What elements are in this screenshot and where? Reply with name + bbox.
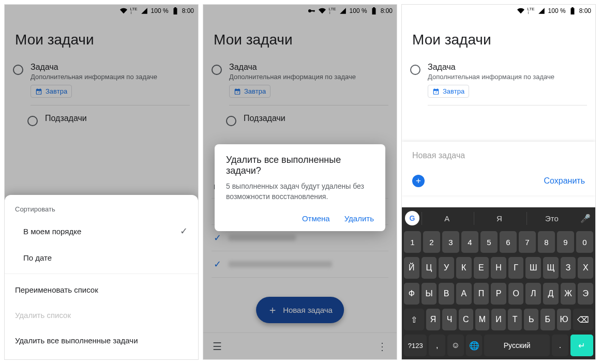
suggestion-2[interactable]: Я (474, 212, 524, 225)
dialog-cancel-button[interactable]: Отмена (302, 214, 330, 223)
rename-list[interactable]: Переименовать список (5, 277, 198, 302)
key-row-4: ⇧ Я Ч С М И Т Ь Б Ю ⌫ (402, 307, 595, 332)
delete-list: Удалить список (5, 302, 198, 328)
key-0[interactable]: 0 (576, 231, 593, 253)
key[interactable]: С (459, 309, 473, 330)
new-task-panel: Новая задача + Сохранить (402, 142, 595, 195)
key[interactable]: Ц (422, 257, 437, 279)
key-9[interactable]: 9 (557, 231, 574, 253)
suggestion-3[interactable]: Это (526, 212, 577, 225)
status-bar: LTE↕ 100 % 8:00 (402, 5, 595, 17)
dot-key[interactable]: . (552, 335, 568, 356)
bottom-sheet-menu: Сортировать В моем порядке ✓ По дате Пер… (5, 195, 198, 359)
key[interactable]: Ф (404, 283, 419, 305)
sort-label: Сортировать (5, 201, 198, 217)
key[interactable]: Ы (422, 283, 437, 305)
key[interactable]: Ж (561, 283, 576, 305)
google-logo-icon[interactable]: G (405, 211, 419, 225)
keyboard: G А Я Это 🎤 1 2 3 4 5 6 7 8 9 0 Й Ц У К … (402, 207, 595, 359)
key[interactable]: Ш (525, 257, 541, 279)
key-7[interactable]: 7 (519, 231, 536, 253)
new-task-input[interactable]: Новая задача (402, 142, 595, 170)
key[interactable]: К (456, 257, 472, 279)
phone-screen-1: LTE↕ 100 % 8:00 Мои задачи Задача Дополн… (4, 4, 199, 360)
sort-by-date[interactable]: По дате (5, 245, 198, 270)
key[interactable]: Х (578, 257, 593, 279)
backspace-key[interactable]: ⌫ (573, 309, 593, 330)
emoji-key[interactable]: ☺ (447, 335, 464, 356)
battery-text: 100 % (548, 7, 566, 14)
key[interactable]: В (439, 283, 454, 305)
key[interactable]: А (456, 283, 472, 305)
key[interactable]: О (508, 283, 524, 305)
space-key[interactable]: Русский (484, 335, 550, 356)
task-row[interactable]: Задача Дополнительная информация по зада… (402, 58, 595, 110)
key[interactable]: М (475, 309, 490, 330)
symbols-key[interactable]: ?123 (404, 335, 427, 356)
key-8[interactable]: 8 (538, 231, 555, 253)
key[interactable]: Ь (524, 309, 538, 330)
shift-key[interactable]: ⇧ (404, 309, 424, 330)
key-1[interactable]: 1 (404, 231, 421, 253)
key[interactable]: У (439, 257, 454, 279)
key-row-5: ?123 , ☺ 🌐 Русский . ↵ (402, 332, 595, 359)
task-subtitle: Дополнительная информация по задаче (428, 73, 587, 81)
delete-completed[interactable]: Удалить все выполненные задачи (5, 328, 198, 353)
key[interactable]: И (491, 309, 506, 330)
suggestion-bar: G А Я Это 🎤 (402, 207, 595, 229)
phone-screen-2: LTE↕ 100 % 8:00 Мои задачи Задача Дополн… (203, 4, 397, 360)
key-4[interactable]: 4 (461, 231, 478, 253)
key[interactable]: Ю (557, 309, 571, 330)
comma-key[interactable]: , (429, 335, 445, 356)
key[interactable]: Г (508, 257, 524, 279)
mic-icon[interactable]: 🎤 (579, 214, 592, 223)
key[interactable]: Э (578, 283, 593, 305)
dialog-title: Удалить все выполненные задачи? (226, 155, 374, 176)
page-title: Мои задачи (402, 17, 595, 58)
key[interactable]: Щ (543, 257, 559, 279)
key-row-1: 1 2 3 4 5 6 7 8 9 0 (402, 229, 595, 255)
task-radio[interactable] (410, 65, 420, 75)
key[interactable]: Я (426, 309, 441, 330)
key[interactable]: Й (404, 257, 419, 279)
suggestion-1[interactable]: А (422, 212, 472, 225)
globe-key[interactable]: 🌐 (466, 335, 483, 356)
key[interactable]: Д (543, 283, 559, 305)
lte-icon: LTE↕ (528, 7, 535, 14)
key[interactable]: Б (540, 309, 555, 330)
phone-screen-3: LTE↕ 100 % 8:00 Мои задачи Задача Дополн… (401, 4, 596, 360)
save-button[interactable]: Сохранить (544, 176, 585, 186)
key-row-3: Ф Ы В А П Р О Л Д Ж Э (402, 281, 595, 307)
sort-my-order[interactable]: В моем порядке ✓ (5, 217, 198, 245)
confirm-dialog: Удалить все выполненные задачи? 5 выполн… (215, 144, 385, 231)
key[interactable]: Т (508, 309, 522, 330)
checkmark-icon: ✓ (180, 225, 188, 237)
calendar-icon (432, 88, 440, 95)
key-row-2: Й Ц У К Е Н Г Ш Щ З Х (402, 255, 595, 281)
signal-icon (538, 7, 545, 14)
dialog-confirm-button[interactable]: Удалить (344, 214, 374, 223)
dialog-body: 5 выполненных задач будут удалены без во… (226, 181, 374, 202)
key-5[interactable]: 5 (480, 231, 498, 253)
status-time: 8:00 (579, 7, 591, 14)
key[interactable]: Р (491, 283, 506, 305)
key-6[interactable]: 6 (500, 231, 517, 253)
enter-key[interactable]: ↵ (570, 335, 593, 356)
key[interactable]: П (474, 283, 489, 305)
battery-icon (569, 7, 576, 14)
key-2[interactable]: 2 (423, 231, 440, 253)
task-title: Задача (428, 63, 587, 72)
key[interactable]: З (561, 257, 576, 279)
plus-icon: + (416, 176, 421, 186)
divider (5, 274, 198, 274)
key[interactable]: Л (525, 283, 541, 305)
key[interactable]: Н (491, 257, 506, 279)
key[interactable]: Ч (442, 309, 457, 330)
key[interactable]: Е (474, 257, 489, 279)
key-3[interactable]: 3 (442, 231, 459, 253)
date-chip[interactable]: Завтра (428, 85, 469, 98)
wifi-icon (517, 7, 524, 14)
add-details-button[interactable]: + (412, 175, 425, 187)
